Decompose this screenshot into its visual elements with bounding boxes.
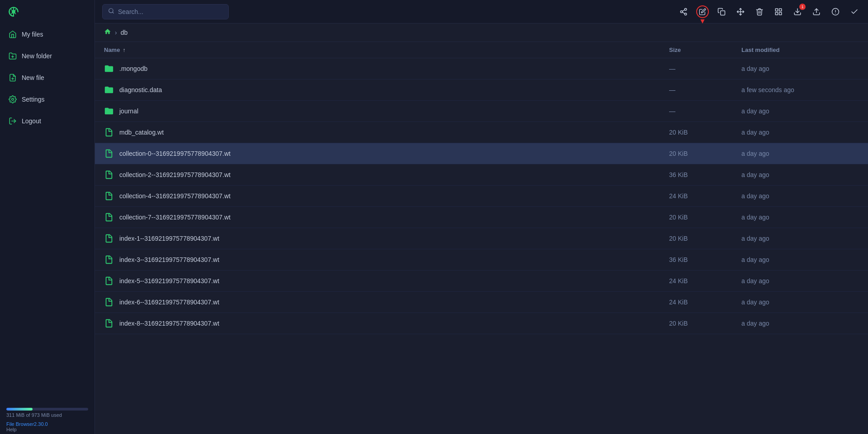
table-row[interactable]: collection-0--3169219975778904307.wt 20 … (95, 143, 868, 164)
sidebar-item-logout[interactable]: Logout (0, 110, 94, 132)
sidebar-item-label-new-folder: New folder (22, 52, 52, 60)
file-name-text: mdb_catalog.wt (119, 129, 164, 136)
file-modified-text: a day ago (741, 65, 859, 72)
sidebar-item-label-settings: Settings (22, 96, 45, 103)
edit-button[interactable]: ▼ (696, 5, 709, 18)
col-size-header[interactable]: Size (669, 47, 741, 53)
info-button[interactable] (829, 5, 842, 18)
select-all-button[interactable] (848, 5, 861, 18)
file-modified-text: a day ago (741, 214, 859, 221)
sidebar-item-label-new-file: New file (22, 74, 44, 81)
file-name-cell: collection-2--3169219975778904307.wt (104, 169, 669, 181)
logout-icon (8, 117, 17, 126)
file-name-text: collection-0--3169219975778904307.wt (119, 150, 231, 157)
table-row[interactable]: journal — a day ago (95, 101, 868, 122)
upload-button[interactable] (810, 5, 823, 18)
table-row[interactable]: mdb_catalog.wt 20 KiB a day ago (95, 122, 868, 143)
file-name-cell: index-3--3169219975778904307.wt (104, 254, 669, 266)
col-modified-header[interactable]: Last modified (741, 47, 859, 53)
file-table: Name ↑ Size Last modified .mongodb — a d… (95, 42, 868, 434)
help-text[interactable]: Help (6, 427, 88, 432)
table-row[interactable]: index-8--3169219975778904307.wt 20 KiB a… (95, 313, 868, 334)
file-size-text: 24 KiB (669, 192, 741, 200)
file-name-text: collection-2--3169219975778904307.wt (119, 171, 231, 178)
sidebar-item-new-folder[interactable]: New folder (0, 45, 94, 67)
sidebar-item-label-logout: Logout (22, 117, 41, 125)
download-badge: 1 (799, 4, 806, 10)
file-modified-text: a few seconds ago (741, 86, 859, 93)
svg-line-14 (682, 9, 684, 11)
settings-icon (8, 95, 17, 104)
svg-point-6 (12, 98, 14, 101)
file-name-text: index-8--3169219975778904307.wt (119, 320, 219, 327)
breadcrumb-home[interactable] (104, 28, 111, 37)
table-row[interactable]: collection-4--3169219975778904307.wt 24 … (95, 186, 868, 207)
move-button[interactable] (734, 5, 747, 18)
file-name-text: diagnostic.data (119, 86, 162, 93)
file-size-text: 24 KiB (669, 277, 741, 285)
sort-arrow-icon: ↑ (123, 47, 125, 53)
file-name-cell: .mongodb (104, 63, 669, 75)
file-icon (104, 148, 114, 159)
download-button[interactable]: 1 (791, 5, 804, 18)
svg-rect-21 (775, 12, 778, 14)
col-name-label: Name (104, 47, 120, 53)
file-size-text: 36 KiB (669, 256, 741, 263)
sidebar-item-my-files[interactable]: My files (0, 23, 94, 45)
col-name-header[interactable]: Name ↑ (104, 47, 669, 53)
file-name-cell: diagnostic.data (104, 84, 669, 96)
svg-line-9 (113, 12, 114, 14)
sidebar-item-new-file[interactable]: New file (0, 67, 94, 89)
file-name-cell: journal (104, 105, 669, 117)
file-name-text: collection-7--3169219975778904307.wt (119, 214, 231, 221)
topbar-actions: ▼ (677, 5, 861, 18)
file-name-text: index-3--3169219975778904307.wt (119, 256, 219, 263)
table-row[interactable]: .mongodb — a day ago (95, 58, 868, 79)
file-rows-container: .mongodb — a day ago diagnostic.data — a… (95, 58, 868, 334)
file-name-text: journal (119, 107, 138, 115)
svg-rect-20 (779, 12, 782, 14)
file-size-text: 36 KiB (669, 171, 741, 178)
file-name-text: collection-4--3169219975778904307.wt (119, 192, 231, 200)
table-row[interactable]: collection-7--3169219975778904307.wt 20 … (95, 207, 868, 228)
folder-plus-icon (8, 51, 17, 61)
version-text[interactable]: File Browser2.30.0 (6, 421, 88, 427)
table-row[interactable]: index-1--3169219975778904307.wt 20 KiB a… (95, 228, 868, 249)
svg-line-13 (682, 12, 684, 14)
file-name-cell: collection-4--3169219975778904307.wt (104, 190, 669, 202)
table-row[interactable]: index-6--3169219975778904307.wt 24 KiB a… (95, 292, 868, 313)
file-name-cell: index-6--3169219975778904307.wt (104, 296, 669, 308)
file-modified-text: a day ago (741, 192, 859, 200)
search-input[interactable] (118, 8, 223, 15)
file-size-text: — (669, 86, 741, 93)
table-row[interactable]: diagnostic.data — a few seconds ago (95, 79, 868, 101)
table-row[interactable]: index-3--3169219975778904307.wt 36 KiB a… (95, 249, 868, 271)
table-row[interactable]: index-5--3169219975778904307.wt 24 KiB a… (95, 271, 868, 292)
sidebar-item-settings[interactable]: Settings (0, 89, 94, 110)
file-name-cell: collection-7--3169219975778904307.wt (104, 211, 669, 223)
table-row[interactable]: collection-2--3169219975778904307.wt 36 … (95, 164, 868, 186)
share-button[interactable] (677, 5, 690, 18)
sidebar: My files New folder (0, 0, 95, 434)
app-logo (0, 0, 94, 23)
file-icon (104, 317, 114, 329)
breadcrumb-separator: › (115, 29, 117, 36)
breadcrumb-current: db (121, 29, 128, 36)
svg-rect-18 (775, 9, 778, 11)
svg-rect-19 (779, 9, 782, 11)
search-box[interactable] (102, 4, 229, 19)
file-icon (104, 169, 114, 181)
file-name-cell: index-1--3169219975778904307.wt (104, 233, 669, 244)
file-table-header: Name ↑ Size Last modified (95, 42, 868, 58)
main-area: ▼ (95, 0, 868, 434)
file-plus-icon (8, 73, 17, 82)
storage-bar-fill (6, 408, 33, 411)
sidebar-item-label-my-files: My files (22, 31, 43, 38)
svg-rect-15 (721, 10, 725, 15)
delete-button[interactable] (753, 5, 766, 18)
copy-button[interactable] (715, 5, 728, 18)
file-size-text: — (669, 107, 741, 115)
file-icon (104, 233, 114, 244)
file-modified-text: a day ago (741, 129, 859, 136)
grid-view-button[interactable] (772, 5, 785, 18)
